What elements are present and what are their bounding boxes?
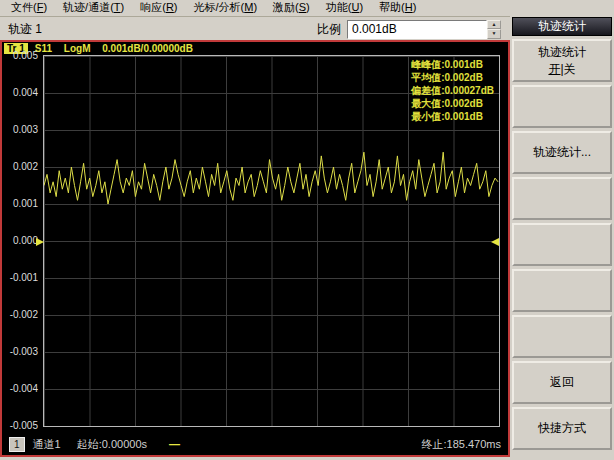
scale-input[interactable] [347,20,487,39]
softkey-4 [512,177,612,220]
y-axis-label: 0.003 [13,124,38,135]
scale-spinner: ▲ ▼ [487,20,501,39]
softkey-menu-title: 轨迹统计 [512,17,612,36]
y-axis-label: 0.004 [13,87,38,98]
plot-area: 峰峰值:0.001dB平均值:0.002dB偏差值:0.00027dB最大值:0… [43,55,500,427]
y-axis-label: 0.001 [13,198,38,209]
softkey-5 [512,223,612,266]
menu-item-2[interactable]: 轨迹/通道(T) [55,0,132,17]
sweep-stop: 终止:185.470ms [422,437,501,452]
y-axis-label: -0.002 [10,309,38,320]
softkey-sidebar: 轨迹统计 轨迹统计开|关轨迹统计...返回快捷方式 [510,0,614,460]
y-axis-label: -0.004 [10,383,38,394]
stat-line: 峰峰值:0.001dB [411,58,494,71]
stat-line: 最大值:0.002dB [411,97,494,110]
channel-name: 通道1 [33,437,61,452]
menu-item-3[interactable]: 响应(R) [132,0,185,17]
softkey-2 [512,85,612,128]
sweep-indicator: — [169,438,180,450]
menu-item-6[interactable]: 功能(U) [318,0,371,17]
reference-level-marker-right[interactable] [491,238,499,246]
softkey-9[interactable]: 快捷方式 [512,407,612,450]
scale-caption: 比例 [317,21,341,38]
menu-item-5[interactable]: 激励(S) [265,0,318,17]
trace-format: LogM [64,43,91,54]
measurement-area: Tr 1 S11 LogM 0.001dB/0.00000dB 0.0050.0… [0,40,510,457]
y-axis-label: -0.003 [10,346,38,357]
stat-line: 偏差值:0.00027dB [411,84,494,97]
y-axis-labels: 0.0050.0040.0030.0020.0010.000-0.001-0.0… [2,42,41,455]
trace-title: S11 LogM 0.001dB/0.00000dB [35,43,202,54]
stat-line: 最小值:0.001dB [411,110,494,123]
y-axis-label: 0.002 [13,161,38,172]
menu-item-7[interactable]: 帮助(H) [371,0,424,17]
trace-statistics-readout: 峰峰值:0.001dB平均值:0.002dB偏差值:0.00027dB最大值:0… [411,58,494,123]
menu-item-1[interactable]: 文件(F) [3,0,55,17]
toolbar: 轨迹 1 比例 ▲ ▼ [0,18,510,40]
spinner-down-button[interactable]: ▼ [487,29,501,39]
channel-badge: 1 [9,437,25,452]
y-axis-label: 0.005 [13,50,38,61]
softkey-3[interactable]: 轨迹统计... [512,131,612,174]
softkey-8[interactable]: 返回 [512,361,612,404]
trace-s11 [44,152,498,204]
active-trace-label: 轨迹 1 [8,21,42,38]
y-axis-label: 0.000 [13,235,38,246]
y-axis-label: -0.001 [10,272,38,283]
status-bar: 1 通道1 起始:0.00000s — 终止:185.470ms [2,433,508,455]
spinner-up-button[interactable]: ▲ [487,20,501,30]
trace-scale-ref: 0.001dB/0.00000dB [102,43,193,54]
sweep-start: 起始:0.00000s [77,437,147,452]
reference-level-marker-left[interactable] [36,238,44,246]
softkey-6 [512,269,612,312]
softkey-1[interactable]: 轨迹统计开|关 [512,39,612,82]
stat-line: 平均值:0.002dB [411,71,494,84]
scale-group: 比例 ▲ ▼ [317,20,501,39]
softkey-7 [512,315,612,358]
menu-item-4[interactable]: 光标/分析(M) [186,0,266,17]
y-axis-label: -0.005 [10,420,38,431]
vna-app-window: 文件(F)轨迹/通道(T)响应(R)光标/分析(M)激励(S)功能(U)帮助(H… [0,0,614,460]
